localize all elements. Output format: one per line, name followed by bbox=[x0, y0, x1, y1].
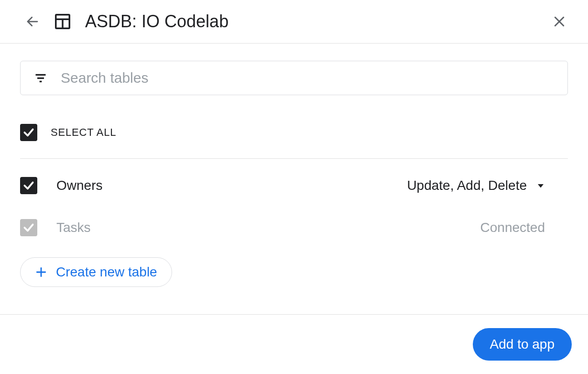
table-name: Tasks bbox=[56, 220, 480, 235]
dialog-content: SELECT ALL Owners Update, Add, Delete Ta… bbox=[0, 44, 588, 287]
svg-rect-7 bbox=[37, 77, 44, 79]
add-to-app-button[interactable]: Add to app bbox=[473, 328, 572, 361]
search-input[interactable] bbox=[61, 70, 554, 86]
dialog-footer: Add to app bbox=[0, 314, 588, 374]
check-icon bbox=[22, 221, 35, 234]
table-permissions: Update, Add, Delete bbox=[407, 178, 527, 193]
permissions-dropdown[interactable] bbox=[536, 181, 545, 190]
check-icon bbox=[22, 126, 35, 139]
select-all-label: SELECT ALL bbox=[51, 126, 116, 139]
search-field[interactable] bbox=[20, 61, 568, 95]
table-checkbox-tasks[interactable] bbox=[20, 219, 37, 236]
table-row: Tasks Connected bbox=[20, 207, 568, 249]
dialog-title: ASDB: IO Codelab bbox=[85, 11, 550, 32]
svg-marker-9 bbox=[538, 184, 544, 188]
table-status: Connected bbox=[480, 220, 545, 235]
back-button[interactable] bbox=[23, 12, 42, 31]
arrow-left-icon bbox=[25, 14, 40, 29]
svg-rect-8 bbox=[40, 81, 42, 82]
table-checkbox-owners[interactable] bbox=[20, 177, 37, 194]
filter-icon bbox=[34, 71, 47, 85]
svg-rect-6 bbox=[36, 74, 46, 76]
table-row: Owners Update, Add, Delete bbox=[20, 165, 568, 207]
caret-down-icon bbox=[536, 181, 545, 190]
close-icon bbox=[552, 14, 566, 29]
close-button[interactable] bbox=[550, 12, 569, 31]
plus-icon bbox=[35, 266, 47, 278]
create-table-label: Create new table bbox=[56, 264, 157, 280]
create-table-button[interactable]: Create new table bbox=[20, 257, 172, 287]
select-all-row: SELECT ALL bbox=[20, 107, 568, 159]
database-icon bbox=[54, 12, 72, 31]
dialog-header: ASDB: IO Codelab bbox=[0, 0, 588, 44]
table-name: Owners bbox=[56, 178, 407, 193]
select-all-checkbox[interactable] bbox=[20, 124, 37, 141]
check-icon bbox=[22, 179, 35, 192]
